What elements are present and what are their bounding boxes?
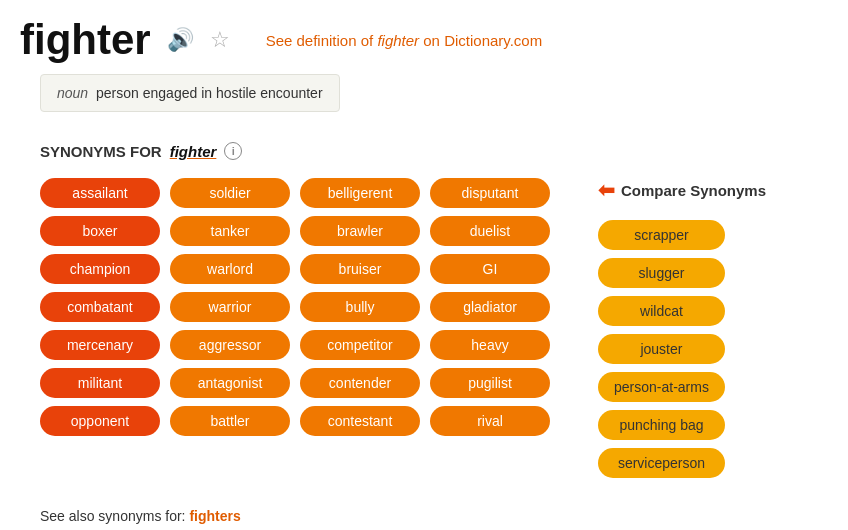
synonym-pill[interactable]: boxer: [40, 216, 160, 246]
synonym-col-col1: assailantboxerchampioncombatantmercenary…: [40, 178, 160, 436]
synonym-col-col2: soldiertankerwarlordwarrioraggressoranta…: [170, 178, 290, 436]
synonym-pill[interactable]: duelist: [430, 216, 550, 246]
definition-bar: noun person engaged in hostile encounter: [40, 74, 340, 112]
see-also-prefix: See also synonyms for:: [40, 508, 186, 524]
synonym-pill[interactable]: pugilist: [430, 368, 550, 398]
compare-header: ⬅ Compare Synonyms: [598, 178, 766, 202]
synonym-pill[interactable]: opponent: [40, 406, 160, 436]
part-of-speech: noun: [57, 85, 88, 101]
synonym-pill[interactable]: rival: [430, 406, 550, 436]
synonym-pill[interactable]: contender: [300, 368, 420, 398]
synonym-pill[interactable]: militant: [40, 368, 160, 398]
compare-pill[interactable]: serviceperson: [598, 448, 725, 478]
synonym-pill[interactable]: GI: [430, 254, 550, 284]
synonyms-columns: assailantboxerchampioncombatantmercenary…: [40, 178, 550, 436]
compare-pill[interactable]: slugger: [598, 258, 725, 288]
synonym-col-col4: disputantduelistGIgladiatorheavypugilist…: [430, 178, 550, 436]
compare-section: ⬅ Compare Synonyms scrappersluggerwildca…: [598, 178, 766, 478]
synonyms-section: SYNONYMS FOR fighter i assailantboxercha…: [0, 122, 848, 488]
info-icon[interactable]: i: [224, 142, 242, 160]
star-icon[interactable]: ☆: [210, 27, 230, 53]
see-also: See also synonyms for: fighters: [0, 508, 848, 524]
dictionary-link[interactable]: See definition of fighter on Dictionary.…: [266, 32, 543, 49]
synonym-pill[interactable]: bruiser: [300, 254, 420, 284]
page-header: fighter 🔊 ☆ See definition of fighter on…: [0, 0, 848, 74]
dict-link-suffix: on Dictionary.com: [419, 32, 542, 49]
dict-link-prefix: See definition of: [266, 32, 378, 49]
synonym-pill[interactable]: combatant: [40, 292, 160, 322]
page-title: fighter: [20, 16, 151, 64]
definition-row: noun person engaged in hostile encounter: [0, 74, 848, 122]
synonym-pill[interactable]: soldier: [170, 178, 290, 208]
synonyms-header: SYNONYMS FOR fighter i: [40, 142, 828, 160]
synonym-pill[interactable]: champion: [40, 254, 160, 284]
synonym-col-col3: belligerentbrawlerbruiserbullycompetitor…: [300, 178, 420, 436]
synonym-pill[interactable]: brawler: [300, 216, 420, 246]
compare-pill[interactable]: scrapper: [598, 220, 725, 250]
compare-arrow-icon: ⬅: [598, 178, 615, 202]
definition-text: person engaged in hostile encounter: [96, 85, 323, 101]
dict-link-word: fighter: [377, 32, 419, 49]
synonym-pill[interactable]: contestant: [300, 406, 420, 436]
synonym-pill[interactable]: mercenary: [40, 330, 160, 360]
synonym-pill[interactable]: warlord: [170, 254, 290, 284]
compare-pill[interactable]: jouster: [598, 334, 725, 364]
speaker-icon[interactable]: 🔊: [167, 27, 194, 53]
synonym-pill[interactable]: bully: [300, 292, 420, 322]
synonym-pill[interactable]: antagonist: [170, 368, 290, 398]
synonym-pill[interactable]: competitor: [300, 330, 420, 360]
synonym-pill[interactable]: gladiator: [430, 292, 550, 322]
synonym-pill[interactable]: disputant: [430, 178, 550, 208]
synonym-pill[interactable]: heavy: [430, 330, 550, 360]
synonym-pill[interactable]: belligerent: [300, 178, 420, 208]
synonym-pill[interactable]: aggressor: [170, 330, 290, 360]
compare-pill[interactable]: wildcat: [598, 296, 725, 326]
synonym-pill[interactable]: assailant: [40, 178, 160, 208]
see-also-link[interactable]: fighters: [189, 508, 240, 524]
compare-pill[interactable]: punching bag: [598, 410, 725, 440]
synonym-pill[interactable]: battler: [170, 406, 290, 436]
synonyms-label: SYNONYMS FOR: [40, 143, 162, 160]
synonym-pill[interactable]: tanker: [170, 216, 290, 246]
compare-col: scrappersluggerwildcatjousterperson-at-a…: [598, 220, 725, 478]
synonym-pill[interactable]: warrior: [170, 292, 290, 322]
synonyms-word: fighter: [170, 143, 217, 160]
compare-label: Compare Synonyms: [621, 182, 766, 199]
compare-pill[interactable]: person-at-arms: [598, 372, 725, 402]
